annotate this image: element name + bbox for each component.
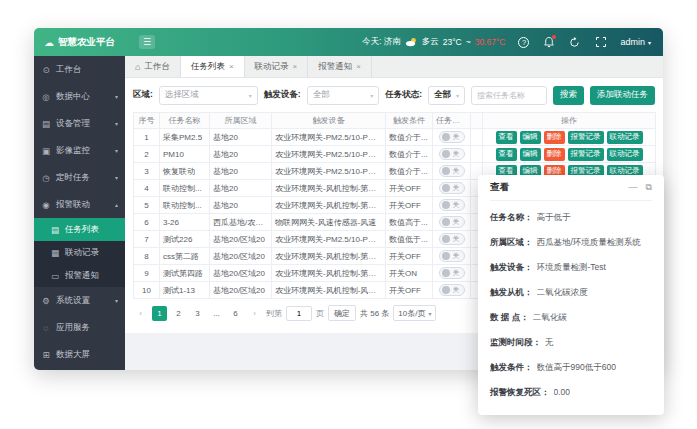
page-number[interactable]: 6	[228, 306, 243, 321]
confirm-page-button[interactable]: 确定	[328, 305, 356, 321]
sidebar-item[interactable]: ◌ 应用服务	[34, 314, 125, 341]
field-value: 二氧化碳	[533, 305, 567, 330]
status-toggle[interactable]: 关	[439, 250, 465, 262]
status-toggle[interactable]: 关	[439, 216, 465, 228]
status-toggle[interactable]: 关	[439, 182, 465, 194]
tab-close-icon[interactable]: ×	[293, 62, 298, 71]
task-status-select[interactable]: 全部 ▾	[428, 86, 465, 105]
status-toggle[interactable]: 关	[439, 233, 465, 245]
task-search-input[interactable]	[471, 86, 547, 105]
status-toggle[interactable]: 关	[439, 148, 465, 160]
sidebar-item[interactable]: ⚙ 系统设置 ▾	[34, 287, 125, 314]
goto-suffix: 页	[316, 308, 324, 319]
tab-bar: ⌂ 工作台 任务列表 × 联动记录 × 报警通知 ×	[125, 56, 663, 78]
tab-close-icon[interactable]: ×	[229, 62, 234, 71]
view-button[interactable]: 查看	[496, 131, 517, 144]
page-next-button[interactable]: ›	[247, 306, 262, 321]
user-menu[interactable]: admin ▾	[620, 37, 651, 47]
notification-dot	[552, 35, 556, 39]
status-toggle[interactable]: 关	[439, 199, 465, 211]
sidebar-item[interactable]: ⊙ 工作台	[34, 56, 125, 83]
trigger-device-select[interactable]: 全部 ▾	[307, 86, 380, 105]
edit-button[interactable]: 编辑	[520, 148, 541, 161]
sidebar-item-icon: ◎	[41, 92, 51, 102]
view-button[interactable]: 查看	[496, 148, 517, 161]
status-toggle[interactable]: 关	[439, 284, 465, 296]
page-size-select[interactable]: 10条/页 ▾	[393, 305, 436, 321]
refresh-icon[interactable]	[568, 36, 581, 49]
cell-region: 西瓜基地/农业环...	[210, 214, 272, 231]
cell-task-name: 测试226	[160, 231, 210, 248]
cell-task-name: 联动控制...	[160, 197, 210, 214]
toggle-knob	[442, 252, 450, 260]
cell-task-status: 关	[433, 180, 471, 197]
sidebar-item-icon: ▤	[41, 119, 51, 129]
status-toggle[interactable]: 关	[439, 165, 465, 177]
tab-close-icon[interactable]: ×	[356, 62, 361, 71]
expand-icon[interactable]: ⧉	[646, 182, 652, 193]
minimize-icon[interactable]: —	[629, 182, 638, 193]
cell-task-status: 关	[433, 248, 471, 265]
tab-item[interactable]: 任务列表 ×	[181, 56, 245, 77]
region-select[interactable]: 选择区域 ▾	[159, 86, 258, 105]
goto-page-input[interactable]	[286, 306, 312, 321]
sidebar-item[interactable]: ▣ 影像监控 ▾	[34, 137, 125, 164]
search-button[interactable]: 搜索	[553, 86, 584, 105]
sidebar-item[interactable]: ⊞ 数据大屏	[34, 341, 125, 368]
weather-condition: 多云	[422, 36, 439, 48]
delete-button[interactable]: 删除	[544, 131, 565, 144]
page-prev-button[interactable]: ‹	[133, 306, 148, 321]
sidebar-item-label: 数据大屏	[56, 349, 90, 361]
delete-button[interactable]: 删除	[544, 148, 565, 161]
field-label: 触发设备：	[490, 255, 533, 280]
cloud-icon: ☁	[44, 37, 54, 48]
bell-icon[interactable]	[542, 36, 555, 49]
temp-high: 30.67°C	[475, 37, 506, 47]
sidebar-toggle-icon[interactable]: ☰	[139, 35, 155, 49]
page-number[interactable]: 3	[190, 306, 205, 321]
fullscreen-icon[interactable]	[594, 36, 607, 49]
cell-trigger-device: 农业环境网关-PM2.5/10-PM2.5	[272, 231, 386, 248]
sidebar-item[interactable]: ▭ 报警通知	[34, 264, 125, 287]
cell-no: 7	[134, 231, 160, 248]
cell-task-name: 联动控制...	[160, 180, 210, 197]
field-label: 任务名称：	[490, 205, 533, 230]
edit-button[interactable]: 编辑	[520, 131, 541, 144]
sidebar-item-label: 任务列表	[65, 224, 99, 236]
sidebar-item[interactable]: ◎ 数据中心 ▾	[34, 83, 125, 110]
sidebar-item[interactable]: ▤ 设备管理 ▾	[34, 110, 125, 137]
cell-trigger-device: 物联网网关-风速传感器-风速	[272, 214, 386, 231]
sidebar-item[interactable]: ◉ 报警联动 ▴	[34, 191, 125, 218]
page-number[interactable]: ...	[209, 306, 224, 321]
sidebar-item[interactable]: ▤ 任务列表	[34, 218, 125, 241]
cell-region: 基地20	[210, 180, 272, 197]
help-icon[interactable]: ?	[518, 37, 529, 48]
cell-region: 基地20/区域20	[210, 282, 272, 299]
field-value: 环境质量检测-Test	[537, 255, 606, 280]
sidebar-item[interactable]: ▦ 联动记录	[34, 241, 125, 264]
sidebar-item[interactable]: ◷ 定时任务 ▾	[34, 164, 125, 191]
cell-region: 基地20	[210, 163, 272, 180]
alarm-records-button[interactable]: 报警记录	[568, 148, 604, 161]
cell-task-name: 恢复联动	[160, 163, 210, 180]
cell-task-status: 关	[433, 214, 471, 231]
toggle-knob	[442, 167, 450, 175]
total-count: 共 56 条	[360, 308, 389, 319]
cloud-sun-icon	[405, 37, 418, 47]
status-toggle[interactable]: 关	[439, 267, 465, 279]
field-label: 数 据 点：	[490, 305, 529, 330]
sidebar-item-label: 报警联动	[56, 199, 90, 211]
tab-item[interactable]: 联动记录 ×	[245, 56, 309, 77]
linkage-records-button[interactable]: 联动记录	[607, 148, 643, 161]
tab-home[interactable]: ⌂ 工作台	[125, 56, 181, 77]
page-number[interactable]: 2	[171, 306, 186, 321]
status-toggle[interactable]: 关	[439, 131, 465, 143]
linkage-records-button[interactable]: 联动记录	[607, 131, 643, 144]
page-number[interactable]: 1	[152, 306, 167, 321]
cell-operations: 查看 编辑 删除 报警记录 联动记录	[483, 146, 656, 163]
toggle-knob	[442, 269, 450, 277]
add-linkage-task-button[interactable]: 添加联动任务	[590, 86, 655, 105]
alarm-records-button[interactable]: 报警记录	[568, 131, 604, 144]
tab-item[interactable]: 报警通知 ×	[308, 56, 372, 77]
field-value: 高于低于	[537, 205, 571, 230]
